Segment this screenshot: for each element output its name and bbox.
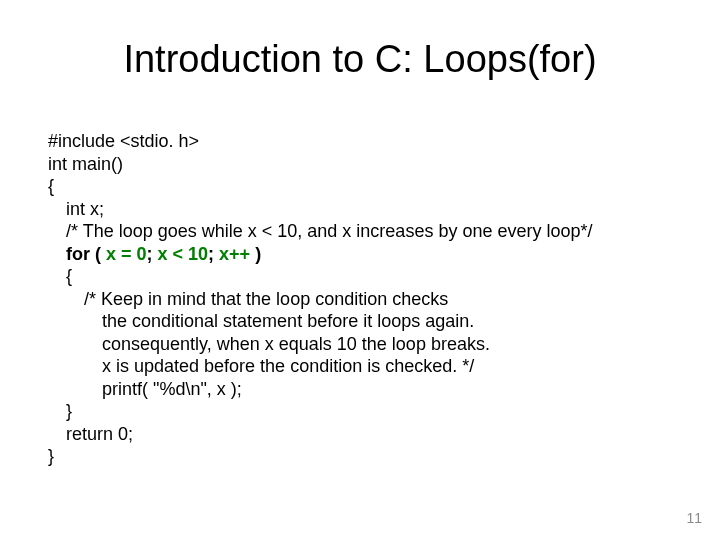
code-line-for: for ( x = 0; x < 10; x++ ) xyxy=(48,243,672,266)
code-block: #include <stdio. h> int main() { int x; … xyxy=(48,130,672,468)
code-line: { xyxy=(48,265,672,288)
page-number: 11 xyxy=(686,510,702,526)
for-close: ) xyxy=(250,244,261,264)
code-line: int main() xyxy=(48,153,672,176)
code-line: x is updated before the condition is che… xyxy=(48,355,672,378)
for-semi: ; xyxy=(208,244,219,264)
code-line: /* Keep in mind that the loop condition … xyxy=(48,288,672,311)
for-semi: ; xyxy=(147,244,158,264)
for-cond: x < 10 xyxy=(158,244,209,264)
code-line: return 0; xyxy=(48,423,672,446)
code-line: printf( "%d\n", x ); xyxy=(48,378,672,401)
slide-title: Introduction to C: Loops(for) xyxy=(0,38,720,81)
code-line: } xyxy=(48,400,672,423)
for-iter: x++ xyxy=(219,244,250,264)
code-line: int x; xyxy=(48,198,672,221)
for-keyword: for ( xyxy=(66,244,106,264)
code-line: { xyxy=(48,175,672,198)
for-init: x = 0 xyxy=(106,244,147,264)
slide: Introduction to C: Loops(for) #include <… xyxy=(0,0,720,540)
code-line: /* The loop goes while x < 10, and x inc… xyxy=(48,220,672,243)
code-line: #include <stdio. h> xyxy=(48,130,672,153)
code-line: } xyxy=(48,445,672,468)
code-line: consequently, when x equals 10 the loop … xyxy=(48,333,672,356)
code-line: the conditional statement before it loop… xyxy=(48,310,672,333)
